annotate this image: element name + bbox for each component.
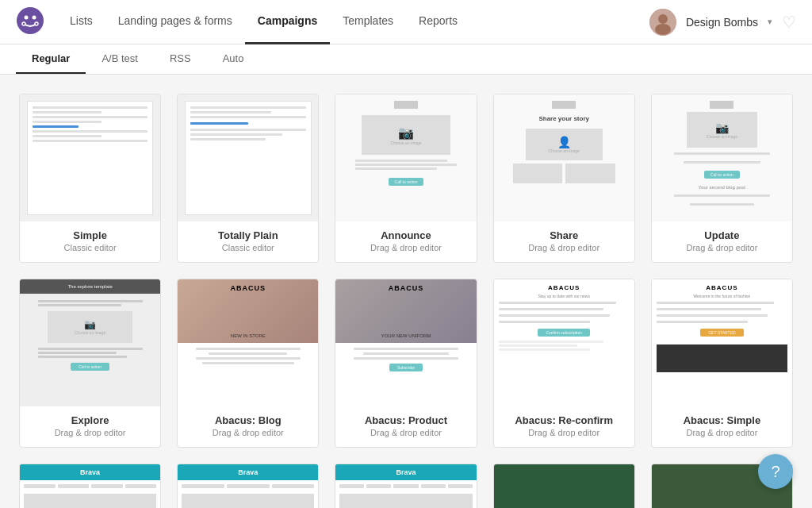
svg-point-2 (33, 15, 36, 19)
template-card-brava-3[interactable]: Brava B (335, 464, 477, 508)
template-card-abacus-simple[interactable]: ABACUS Welcome to the future of fashion … (651, 279, 793, 448)
template-editor: Classic editor (187, 243, 308, 252)
template-info-abacus-reconfirm: Abacus: Re-confirm Drag & drop editor (494, 406, 634, 447)
template-editor: Drag & drop editor (29, 428, 151, 437)
template-info-abacus-blog: Abacus: Blog Drag & drop editor (178, 406, 318, 447)
template-card-totally-plain[interactable]: Totally Plain Classic editor (177, 94, 319, 263)
template-preview-abacus-simple: ABACUS Welcome to the future of fashion … (652, 279, 792, 406)
template-editor: Drag & drop editor (345, 428, 466, 437)
template-info-simple: Simple Classic editor (20, 221, 160, 262)
template-info-abacus-simple: Abacus: Simple Drag & drop editor (652, 406, 792, 447)
template-preview-explore: The explore template 📷 Choose an image (20, 279, 160, 406)
template-editor: Classic editor (29, 243, 151, 252)
template-name: Abacus: Re-confirm (504, 414, 625, 426)
template-card-brava-1[interactable]: Brava Bra (19, 464, 161, 508)
template-card-abacus-reconfirm[interactable]: ABACUS Stay up to date with our news Con… (493, 279, 635, 448)
template-preview-brava-2: Brava (178, 464, 318, 508)
template-card-share[interactable]: Share your story 👤 Choose an image Share… (493, 94, 635, 263)
template-name: Announce (345, 229, 466, 241)
app-logo (16, 6, 44, 38)
nav-landing-pages[interactable]: Landing pages & forms (105, 0, 245, 44)
template-info-update: Update Drag & drop editor (652, 221, 792, 262)
help-button[interactable]: ? (758, 454, 793, 489)
template-editor: Drag & drop editor (661, 243, 783, 252)
template-info-explore: Explore Drag & drop editor (20, 406, 160, 447)
template-card-simple[interactable]: Simple Classic editor (19, 94, 161, 263)
sub-tab-regular[interactable]: Regular (16, 44, 86, 74)
template-name: Update (661, 229, 783, 241)
template-preview-abacus-blog: ABACUS NEW IN STORE (178, 279, 318, 406)
sub-tab-rss[interactable]: RSS (154, 44, 207, 74)
template-card-announce[interactable]: 📷 Choose an image Call to action Announc… (335, 94, 477, 263)
main-nav: Lists Landing pages & forms Campaigns Te… (57, 0, 649, 44)
template-name: Totally Plain (187, 229, 308, 241)
favorites-icon[interactable]: ♡ (782, 13, 796, 32)
avatar (649, 9, 676, 36)
template-card-abacus-product[interactable]: ABACUS YOUR NEW UNIFORM Subscribe Abacus… (335, 279, 477, 448)
template-name: Abacus: Simple (661, 414, 783, 426)
svg-point-3 (22, 22, 25, 25)
header-right: Design Bombs ▾ ♡ (649, 9, 796, 36)
template-info-totally-plain: Totally Plain Classic editor (178, 221, 318, 262)
template-card-update[interactable]: 📷 Choose an image Call to action Your se… (651, 94, 793, 263)
nav-campaigns[interactable]: Campaigns (245, 0, 330, 44)
template-grid: Simple Classic editor Totally Plain C (19, 94, 793, 508)
main-header: Lists Landing pages & forms Campaigns Te… (0, 0, 812, 44)
template-preview-kapakoa-blog: KAPAKOA NEW ON THE BLOG (494, 464, 634, 508)
template-preview-share: Share your story 👤 Choose an image (494, 94, 634, 221)
svg-point-0 (17, 7, 44, 34)
sub-tab-auto[interactable]: Auto (207, 44, 260, 74)
svg-point-7 (655, 24, 671, 35)
template-name: Abacus: Blog (187, 414, 308, 426)
user-name[interactable]: Design Bombs (686, 16, 758, 29)
template-name: Abacus: Product (345, 414, 466, 426)
template-card-explore[interactable]: The explore template 📷 Choose an image (19, 279, 161, 448)
template-name: Explore (29, 414, 151, 426)
template-preview-update: 📷 Choose an image Call to action Your se… (652, 94, 792, 221)
template-preview-abacus-reconfirm: ABACUS Stay up to date with our news Con… (494, 279, 634, 406)
nav-lists[interactable]: Lists (57, 0, 105, 44)
main-content: Simple Classic editor Totally Plain C (0, 75, 812, 508)
user-dropdown-icon[interactable]: ▾ (768, 17, 772, 27)
template-editor: Drag & drop editor (661, 428, 783, 437)
nav-templates[interactable]: Templates (330, 0, 406, 44)
template-card-brava-2[interactable]: Brava Brava Drag (177, 464, 319, 508)
template-card-abacus-blog[interactable]: ABACUS NEW IN STORE Abacus: Blog Drag & … (177, 279, 319, 448)
template-editor: Drag & drop editor (187, 428, 308, 437)
svg-point-1 (25, 15, 29, 19)
template-info-share: Share Drag & drop editor (494, 221, 634, 262)
template-editor: Drag & drop editor (345, 243, 466, 252)
template-name: Share (504, 229, 625, 241)
template-name: Simple (29, 229, 151, 241)
nav-reports[interactable]: Reports (406, 0, 470, 44)
svg-point-4 (35, 22, 38, 25)
template-info-abacus-product: Abacus: Product Drag & drop editor (335, 406, 476, 447)
template-preview-announce: 📷 Choose an image Call to action (335, 94, 476, 221)
sub-tabs-bar: Regular A/B test RSS Auto (0, 44, 812, 75)
template-preview-abacus-product: ABACUS YOUR NEW UNIFORM Subscribe (335, 279, 476, 406)
template-editor: Drag & drop editor (504, 243, 625, 252)
template-preview-totally-plain (178, 94, 318, 221)
template-preview-brava-3: Brava (335, 464, 476, 508)
template-preview-brava-1: Brava (20, 464, 160, 508)
template-editor: Drag & drop editor (504, 428, 625, 437)
sub-tab-ab-test[interactable]: A/B test (86, 44, 154, 74)
template-preview-simple (20, 94, 160, 221)
svg-point-6 (658, 14, 668, 24)
template-info-announce: Announce Drag & drop editor (335, 221, 476, 262)
template-card-kapakoa-blog[interactable]: KAPAKOA NEW ON THE BLOG Kapakoa: Blog Dr… (493, 464, 635, 508)
